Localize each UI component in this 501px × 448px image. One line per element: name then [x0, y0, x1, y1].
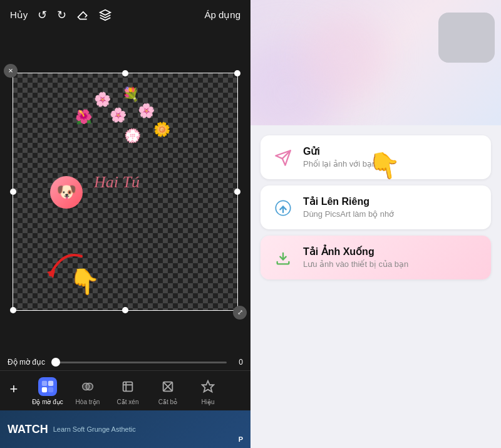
menu-card-tai-anh-xuong[interactable]: Tải Ảnh Xuống Lưu ảnh vào thiết bị của b…	[261, 236, 491, 279]
toolbar-item-hoa-tron[interactable]: Hòa trộn	[68, 375, 108, 408]
redo-button[interactable]: ↻	[57, 8, 66, 22]
canvas-expand-button[interactable]: ⤢	[233, 306, 247, 320]
hoa-tron-icon	[78, 377, 97, 396]
tai-anh-xuong-content: Tải Ảnh Xuống Lưu ảnh vào thiết bị của b…	[303, 246, 408, 269]
svg-rect-3	[48, 381, 53, 386]
canvas-area: 🌸 💐 🌺 🌸 🌸 🌼 💮 🐶 Hai Tú	[0, 30, 250, 353]
cancel-button[interactable]: Hủy	[10, 9, 28, 21]
do-mo-duc-icon	[38, 377, 57, 396]
opacity-value: 0	[233, 358, 243, 367]
gui-icon	[272, 147, 294, 169]
svg-marker-0	[100, 10, 111, 15]
opacity-label: Độ mờ đục	[8, 358, 45, 367]
tai-len-rieng-content: Tải Lên Riêng Dùng PicsArt làm bộ nhớ	[303, 195, 394, 219]
svg-rect-8	[123, 382, 133, 392]
toolbar-item-cat-xen[interactable]: Cắt xén	[108, 375, 148, 408]
right-panel: 👇 Gửi Phối lại ảnh với bạn bè	[250, 0, 501, 448]
cat-xen-icon	[118, 377, 137, 396]
top-bar-left: Hủy ↺ ↻	[10, 8, 111, 22]
blur-circle-2	[301, 13, 388, 100]
opacity-slider[interactable]	[51, 362, 227, 363]
gui-title: Gửi	[303, 145, 388, 157]
canvas-wrapper[interactable]: 🌸 💐 🌺 🌸 🌸 🌼 💮 🐶 Hai Tú	[13, 73, 238, 311]
handle-bl[interactable]	[10, 307, 16, 313]
toolbar-item-do-mo-duc[interactable]: Độ mờ đục	[28, 375, 68, 408]
tai-anh-xuong-icon	[272, 247, 294, 269]
handle-mr[interactable]	[234, 189, 240, 195]
opacity-section: Độ mờ đục 0	[0, 353, 250, 370]
toolbar-item-cat-bo[interactable]: Cắt bỏ	[148, 375, 188, 408]
picsart-logo: P	[239, 435, 243, 443]
gui-content: Gửi Phối lại ảnh với bạn bè	[303, 145, 388, 169]
ad-watch-text: WATCH	[0, 423, 48, 436]
tai-anh-xuong-subtitle: Lưu ảnh vào thiết bị của bạn	[303, 259, 408, 269]
svg-rect-2	[42, 381, 47, 386]
expand-icon: ⤢	[237, 308, 243, 316]
toolbar-label-hoa-tron: Hòa trộn	[76, 399, 100, 405]
bottom-toolbar: + Độ mờ đục Hòa trộn	[0, 370, 250, 410]
tai-anh-xuong-title: Tải Ảnh Xuống	[303, 246, 408, 258]
menu-card-gui[interactable]: Gửi Phối lại ảnh với bạn bè	[261, 135, 491, 179]
tai-len-rieng-title: Tải Lên Riêng	[303, 195, 394, 207]
opacity-row: Độ mờ đục 0	[8, 358, 243, 367]
toolbar-add-button[interactable]: +	[0, 375, 28, 404]
ad-banner: WATCH Learn Soft Grunge Asthetic P	[0, 410, 250, 448]
right-top-blur	[250, 0, 501, 125]
tai-len-rieng-subtitle: Dùng PicsArt làm bộ nhớ	[303, 209, 394, 219]
svg-rect-4	[42, 387, 47, 392]
menu-card-tai-len-rieng[interactable]: Tải Lên Riêng Dùng PicsArt làm bộ nhớ	[261, 185, 491, 229]
cat-bo-icon	[158, 377, 177, 396]
handle-bc[interactable]	[122, 307, 128, 313]
top-bar-right: Áp dụng	[204, 9, 240, 21]
toolbar-label-do-mo-duc: Độ mờ đục	[32, 399, 63, 405]
handle-tc[interactable]	[122, 70, 128, 76]
toolbar-label-cat-xen: Cắt xén	[117, 399, 139, 405]
top-bar: Hủy ↺ ↻ Áp dụng	[0, 0, 250, 30]
apply-button[interactable]: Áp dụng	[204, 9, 240, 21]
gui-subtitle: Phối lại ảnh với bạn bè	[303, 159, 388, 169]
close-icon: ×	[8, 66, 13, 75]
handle-ml[interactable]	[10, 189, 16, 195]
menu-cards: Gửi Phối lại ảnh với bạn bè Tải Lên Riên…	[250, 125, 501, 279]
gray-rect	[438, 13, 495, 63]
left-panel: Hủy ↺ ↻ Áp dụng 🌸	[0, 0, 250, 448]
eraser-button[interactable]	[76, 9, 89, 21]
layers-button[interactable]	[99, 9, 111, 21]
toolbar-item-hieu[interactable]: Hiệu	[188, 375, 228, 408]
svg-point-7	[86, 383, 93, 390]
canvas-close-button[interactable]: ×	[4, 64, 18, 78]
hieu-icon	[199, 377, 217, 396]
handle-tr[interactable]	[234, 70, 240, 76]
opacity-thumb[interactable]	[51, 358, 60, 367]
svg-rect-5	[48, 387, 53, 392]
tai-len-rieng-icon	[272, 197, 294, 219]
canvas-selection	[13, 73, 238, 311]
toolbar-label-hieu: Hiệu	[201, 399, 214, 405]
toolbar-label-cat-bo: Cắt bỏ	[158, 399, 177, 405]
undo-button[interactable]: ↺	[38, 8, 47, 22]
ad-subtitle: Learn Soft Grunge Asthetic	[48, 425, 136, 433]
